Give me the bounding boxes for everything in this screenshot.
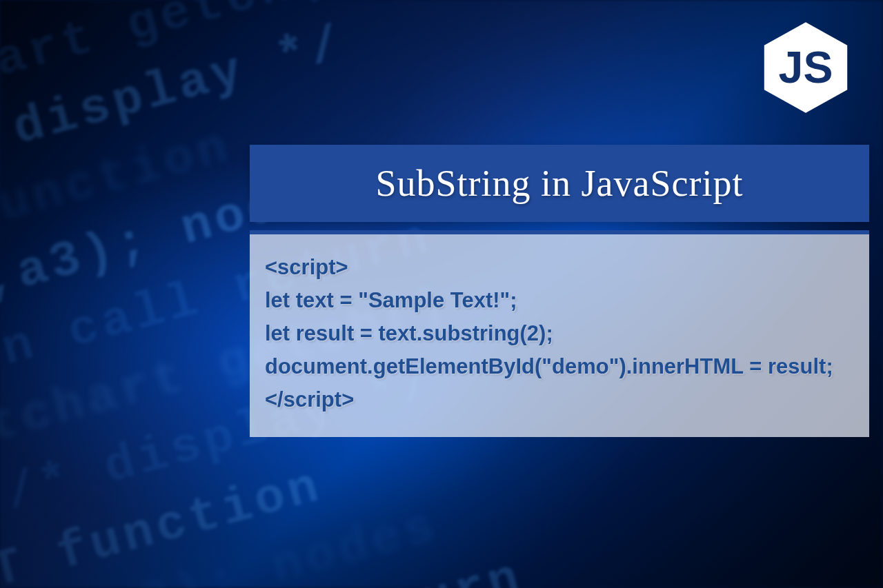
code-panel: <script> let text = "Sample Text!"; let …: [250, 234, 869, 437]
code-line: </script>: [265, 383, 854, 416]
code-line: let result = text.substring(2);: [265, 317, 854, 350]
code-line: let text = "Sample Text!";: [265, 284, 854, 317]
page-title: SubString in JavaScript: [376, 162, 744, 205]
js-logo-icon: JS: [757, 19, 854, 116]
code-line: document.getElementById("demo").innerHTM…: [265, 350, 854, 383]
logo-text: JS: [779, 43, 833, 92]
code-line: <script>: [265, 251, 854, 284]
title-bar: SubString in JavaScript: [250, 145, 869, 222]
